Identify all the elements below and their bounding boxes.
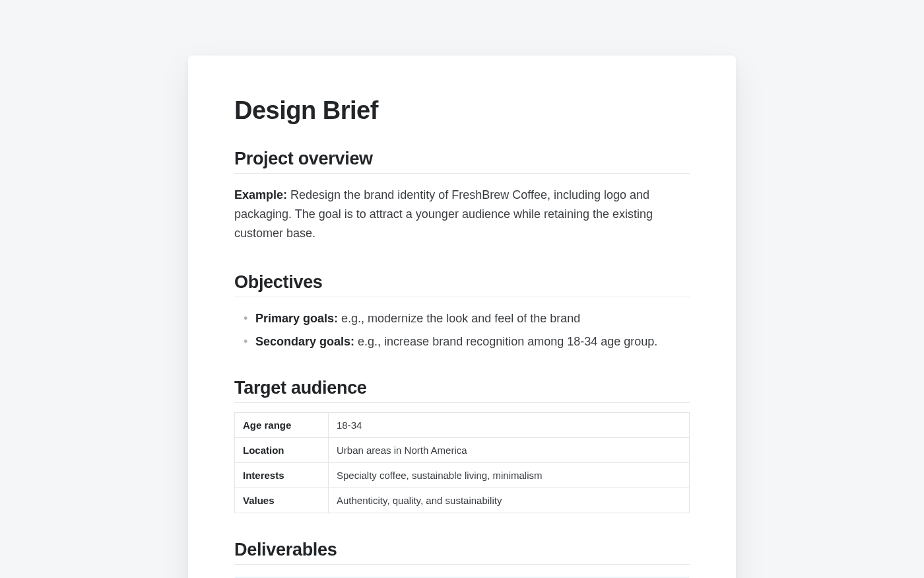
objectives-list: Primary goals: e.g., modernize the look … bbox=[234, 309, 690, 351]
heading-target-audience: Target audience bbox=[234, 378, 690, 403]
document-card: Design Brief Project overview Example: R… bbox=[188, 55, 736, 578]
audience-value: Urban areas in North America bbox=[329, 438, 690, 463]
objective-text: e.g., modernize the look and feel of the… bbox=[341, 312, 580, 325]
overview-example-label: Example: bbox=[234, 188, 287, 201]
audience-value: Specialty coffee, sustainable living, mi… bbox=[329, 463, 690, 488]
overview-paragraph: Example: Redesign the brand identity of … bbox=[234, 186, 690, 243]
section-deliverables: Deliverables List all required deliverab… bbox=[234, 540, 690, 578]
audience-key: Interests bbox=[235, 463, 329, 488]
table-row: Location Urban areas in North America bbox=[235, 438, 690, 463]
table-row: Age range 18-34 bbox=[235, 413, 690, 438]
heading-deliverables: Deliverables bbox=[234, 540, 690, 565]
objective-label: Secondary goals: bbox=[255, 335, 354, 348]
overview-example-text: Redesign the brand identity of FreshBrew… bbox=[234, 188, 653, 240]
heading-objectives: Objectives bbox=[234, 272, 690, 297]
heading-project-overview: Project overview bbox=[234, 149, 690, 174]
objective-item: Secondary goals: e.g., increase brand re… bbox=[244, 332, 690, 351]
audience-key: Location bbox=[235, 438, 329, 463]
audience-value: Authenticity, quality, and sustainabilit… bbox=[329, 488, 690, 513]
audience-key: Age range bbox=[235, 413, 329, 438]
audience-table: Age range 18-34 Location Urban areas in … bbox=[234, 412, 690, 513]
section-project-overview: Project overview Example: Redesign the b… bbox=[234, 149, 690, 243]
audience-value: 18-34 bbox=[329, 413, 690, 438]
section-target-audience: Target audience Age range 18-34 Location… bbox=[234, 378, 690, 513]
objective-item: Primary goals: e.g., modernize the look … bbox=[244, 309, 690, 328]
audience-key: Values bbox=[235, 488, 329, 513]
section-objectives: Objectives Primary goals: e.g., moderniz… bbox=[234, 272, 690, 351]
table-row: Interests Specialty coffee, sustainable … bbox=[235, 463, 690, 488]
objective-text: e.g., increase brand recognition among 1… bbox=[358, 335, 657, 348]
objective-label: Primary goals: bbox=[255, 312, 338, 325]
document-title: Design Brief bbox=[234, 96, 690, 125]
table-row: Values Authenticity, quality, and sustai… bbox=[235, 488, 690, 513]
